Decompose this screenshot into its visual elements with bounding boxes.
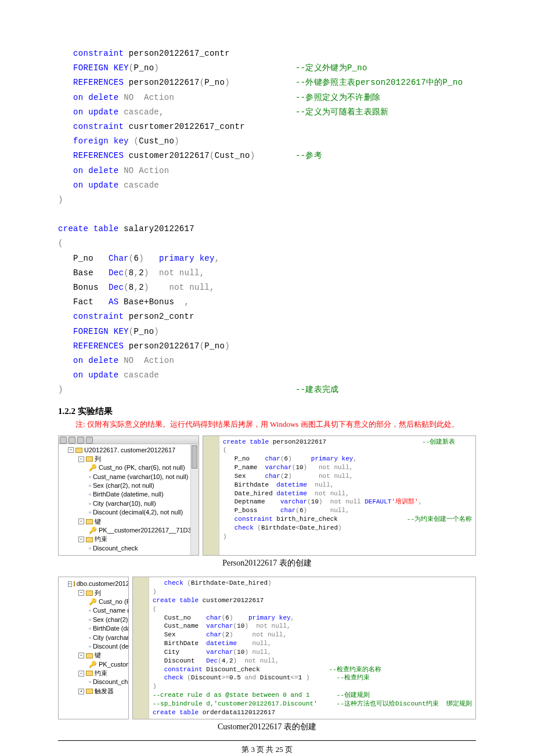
tree-columns-folder[interactable]: −列 — [61, 589, 126, 597]
table-icon — [74, 581, 75, 586]
object-explorer-2: −dbo.customer20122617 −列 🔑Cust_no (PK, c… — [58, 577, 129, 719]
key-icon: 🔑 — [89, 597, 97, 606]
caption-1: Person20122617 表的创建 — [58, 558, 476, 568]
section-heading: 1.2.2 实验结果 — [58, 406, 476, 417]
column-icon: ▫ — [89, 633, 91, 642]
gutter — [133, 577, 149, 719]
note-text: 注: 仅附有实际意义的结果。运行代码得到结果后拷屏，用 Windows 画图工具… — [58, 419, 476, 430]
folder-icon — [86, 519, 93, 524]
tree-column-item[interactable]: 🔑Cust_no (PK, char(6), not null) — [61, 463, 196, 472]
tree-column-item[interactable]: ▫Discount (decimal(4,2), not null) — [61, 642, 126, 651]
folder-icon — [86, 591, 93, 596]
key-icon: 🔑 — [89, 660, 97, 669]
collapse-icon[interactable]: − — [78, 519, 84, 524]
collapse-icon[interactable]: − — [78, 537, 84, 542]
column-icon: ▫ — [89, 624, 91, 633]
collapse-icon[interactable]: − — [78, 671, 84, 676]
tree-key-item[interactable]: 🔑PK_customer_7B8FA4900519C6AF — [61, 660, 126, 669]
tree-key-item[interactable]: 🔑PK__customer20122617__71D37EBF — [61, 526, 196, 535]
constraint-icon: ▫ — [89, 544, 91, 553]
column-icon: ▫ — [89, 481, 91, 490]
tree-triggers-folder[interactable]: +触发器 — [61, 687, 126, 696]
column-icon: ▫ — [89, 508, 91, 517]
column-icon: ▫ — [89, 642, 91, 651]
tree-constraints-folder[interactable]: −约束 — [61, 669, 126, 678]
collapse-icon[interactable]: − — [68, 447, 74, 453]
constraint-icon: ▫ — [89, 678, 91, 686]
folder-icon — [86, 671, 93, 676]
collapse-icon[interactable]: − — [78, 653, 84, 658]
code-editor-1: create table person20122617 --创建新表 ( P_n… — [203, 435, 476, 556]
tree-column-item[interactable]: 🔑Cust_no (PK, char(6), not null) — [61, 597, 126, 606]
folder-icon — [86, 537, 93, 542]
tree-root[interactable]: −dbo.customer20122617 — [61, 579, 126, 588]
screenshot-1: −U20122617. customer20122617 −列 🔑Cust_no… — [58, 435, 476, 556]
footer-rule — [58, 740, 476, 741]
tree-column-item[interactable]: ▫BirthDate (datetime, null) — [61, 490, 196, 499]
table-icon — [75, 448, 82, 453]
tree-column-item[interactable]: ▫BirthDate (datetime, null) — [61, 624, 126, 633]
caption-2: Customer20122617 表的创建 — [58, 722, 476, 732]
tree-column-item[interactable]: ▫City (varchar(10), null) — [61, 499, 196, 508]
column-icon: ▫ — [89, 490, 91, 499]
object-explorer-1: −U20122617. customer20122617 −列 🔑Cust_no… — [58, 435, 199, 556]
code-editor-2: check (Birthdate<Date_hired) ) create ta… — [132, 577, 476, 719]
scrollbar[interactable] — [190, 444, 199, 556]
screenshot-2: −dbo.customer20122617 −列 🔑Cust_no (PK, c… — [58, 577, 476, 719]
sql-code-block: constraint person20122617_contr FOREIGN … — [58, 46, 476, 398]
tree-constraints-folder[interactable]: −约束 — [61, 535, 196, 543]
key-icon: 🔑 — [89, 463, 97, 472]
folder-icon — [86, 653, 93, 658]
key-icon: 🔑 — [89, 526, 97, 535]
tree-constraint-item[interactable]: ▫Discount_check — [61, 544, 196, 553]
folder-icon — [86, 456, 93, 462]
tree-keys-folder[interactable]: −键 — [61, 651, 126, 660]
expand-icon[interactable]: + — [78, 689, 84, 694]
tree-column-item[interactable]: ▫City (varchar(10), null) — [61, 633, 126, 642]
collapse-icon[interactable]: − — [78, 456, 84, 462]
folder-icon — [86, 689, 93, 694]
tree-keys-folder[interactable]: −键 — [61, 517, 196, 526]
tree-column-item[interactable]: ▫Cust_name (varchar(10), not null) — [61, 473, 196, 481]
tree-column-item[interactable]: ▫Cust_name (varchar(10), not null) — [61, 606, 126, 615]
column-icon: ▫ — [89, 499, 91, 508]
tree-columns-folder[interactable]: −列 — [61, 455, 196, 463]
tree-constraint-item[interactable]: ▫Discount_check — [61, 678, 126, 686]
page-number: 第 3 页 共 25 页 — [58, 744, 476, 755]
gutter — [203, 436, 219, 556]
column-icon: ▫ — [89, 473, 91, 481]
tree-column-item[interactable]: ▫Discount (decimal(4,2), not null) — [61, 508, 196, 517]
tree-column-item[interactable]: ▫Sex (char(2), not null) — [61, 481, 196, 490]
tree-root[interactable]: −U20122617. customer20122617 — [61, 446, 196, 455]
column-icon: ▫ — [89, 606, 91, 615]
column-icon: ▫ — [89, 615, 91, 624]
collapse-icon[interactable]: − — [68, 581, 72, 587]
collapse-icon[interactable]: − — [78, 590, 84, 596]
tree-column-item[interactable]: ▫Sex (char(2), not null) — [61, 615, 126, 624]
toolbar — [59, 436, 199, 444]
